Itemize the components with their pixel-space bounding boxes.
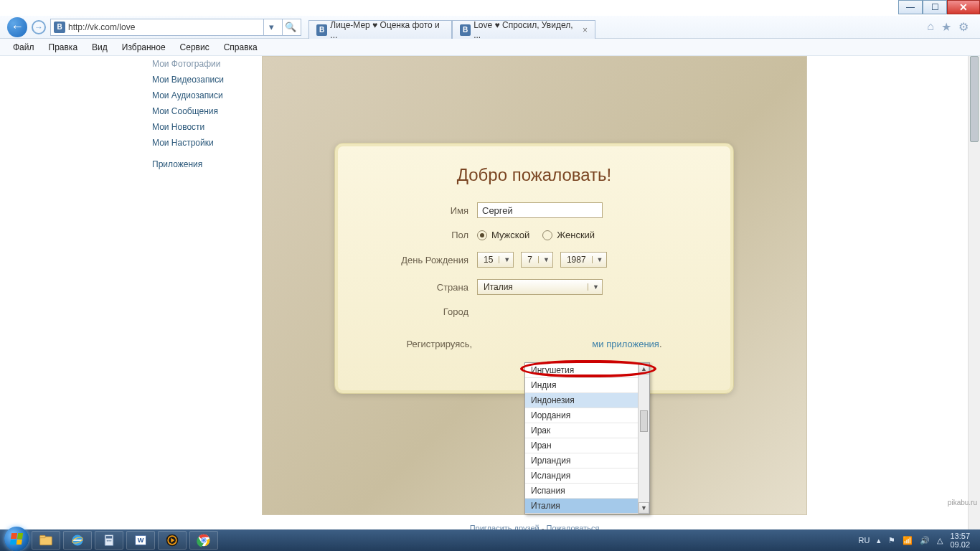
url-input[interactable]: [68, 22, 260, 32]
taskbar-calc-icon[interactable]: [95, 531, 123, 550]
invite-link[interactable]: Пригласить друзей: [470, 524, 540, 529]
radio-icon: [542, 230, 552, 240]
dob-month-select[interactable]: 7▼: [521, 252, 553, 268]
country-select[interactable]: Италия ▼: [477, 279, 603, 295]
favicon-icon: B: [460, 24, 471, 36]
country-dropdown[interactable]: Ингушетия Индия Индонезия Иордания Ирак …: [524, 362, 650, 514]
taskbar-ie-icon[interactable]: [63, 531, 92, 550]
start-button[interactable]: [4, 527, 29, 551]
home-icon[interactable]: ⌂: [927, 20, 934, 34]
forward-button[interactable]: →: [32, 20, 46, 34]
windows-logo-icon: [10, 533, 23, 545]
minimize-button[interactable]: —: [898, 0, 923, 14]
dob-day-select[interactable]: 15▼: [477, 252, 514, 268]
terms-link[interactable]: ми приложения: [592, 339, 659, 349]
welcome-title: Добро пожаловать!: [361, 165, 707, 185]
chevron-down-icon: ▼: [592, 256, 603, 263]
taskbar-word-icon[interactable]: W: [126, 531, 155, 550]
taskbar-explorer-icon[interactable]: [32, 531, 60, 550]
tab-2[interactable]: B Love ♥ Спросил, Увидел, ... ×: [452, 20, 595, 39]
menu-view[interactable]: Вид: [86, 41, 113, 54]
svg-rect-1: [40, 535, 46, 537]
svg-point-6: [107, 540, 108, 542]
gender-label: Пол: [361, 230, 468, 240]
favicon-icon: B: [316, 24, 327, 36]
watermark: pikabu.ru: [948, 499, 977, 507]
back-button[interactable]: ←: [7, 17, 27, 37]
volume-icon[interactable]: 🔊: [920, 536, 930, 545]
svg-rect-5: [106, 536, 112, 538]
app-canvas: Добро пожаловать! Имя Пол Мужской Женски…: [262, 56, 807, 515]
chevron-down-icon: ▼: [499, 256, 510, 263]
dropdown-option[interactable]: Испания: [525, 484, 649, 499]
scroll-up-icon[interactable]: ▲: [639, 363, 649, 375]
flag-icon[interactable]: ⚑: [888, 536, 895, 545]
scroll-down-icon[interactable]: ▼: [639, 502, 649, 514]
menu-file[interactable]: Файл: [7, 41, 40, 54]
tab-label: Love ♥ Спросил, Увидел, ...: [473, 20, 577, 40]
network-icon[interactable]: 📶: [903, 536, 913, 545]
dropdown-option[interactable]: Индонезия: [525, 393, 649, 408]
gender-male-radio[interactable]: Мужской: [477, 230, 529, 240]
tray-clock[interactable]: 13:57 09.02: [950, 532, 970, 549]
dropdown-option[interactable]: Ирак: [525, 423, 649, 438]
browser-tabs: B Лице-Мер ♥ Оценка фото и ... B Love ♥ …: [308, 16, 595, 38]
name-input[interactable]: [477, 202, 603, 218]
page-scrollbar[interactable]: [968, 56, 980, 529]
sidebar-item-audio[interactable]: Мои Аудиозаписи: [143, 88, 262, 103]
close-button[interactable]: ✕: [947, 0, 980, 14]
chevron-down-icon: ▼: [588, 283, 599, 291]
dropdown-option[interactable]: Ирландия: [525, 453, 649, 468]
sidebar-item-messages[interactable]: Мои Сообщения: [143, 103, 262, 119]
svg-text:W: W: [138, 537, 144, 544]
gender-female-radio[interactable]: Женский: [542, 230, 595, 240]
sidebar-item-settings[interactable]: Мои Настройки: [143, 135, 262, 151]
menu-edit[interactable]: Правка: [43, 41, 84, 54]
menu-favorites[interactable]: Избранное: [116, 41, 171, 54]
welcome-card: Добро пожаловать! Имя Пол Мужской Женски…: [334, 143, 734, 394]
sidebar-item-photos[interactable]: Мои Фотографии: [143, 56, 262, 72]
dropdown-option[interactable]: Индия: [525, 378, 649, 393]
dropdown-option[interactable]: Иран: [525, 438, 649, 453]
dropdown-option[interactable]: Исландия: [525, 468, 649, 484]
menu-help[interactable]: Справка: [218, 41, 263, 54]
radio-icon: [477, 230, 487, 240]
taskbar-aimp-icon[interactable]: [158, 531, 187, 550]
dropdown-option[interactable]: Ингушетия: [525, 363, 649, 378]
lang-indicator[interactable]: RU: [859, 536, 870, 545]
favorites-icon[interactable]: ★: [941, 20, 951, 34]
city-label: Город: [361, 306, 468, 317]
address-bar[interactable]: B ▾ 🔍: [50, 19, 301, 36]
window-controls: — ☐ ✕: [898, 0, 980, 14]
svg-point-8: [110, 540, 112, 542]
refresh-dropdown-icon[interactable]: ▾: [263, 19, 279, 35]
dropdown-option[interactable]: Иордания: [525, 408, 649, 423]
app-footer: Пригласить друзей - Пожаловаться: [262, 524, 807, 529]
page-content: Мои Фотографии Мои Видеозаписи Мои Аудио…: [0, 56, 980, 529]
tools-icon[interactable]: ⚙: [958, 20, 969, 34]
gdrive-icon[interactable]: △: [937, 536, 943, 545]
tab-label: Лице-Мер ♥ Оценка фото и ...: [330, 20, 444, 40]
tab-1[interactable]: B Лице-Мер ♥ Оценка фото и ...: [308, 20, 452, 39]
sidebar-item-apps[interactable]: Приложения: [143, 156, 262, 172]
chevron-down-icon: ▼: [538, 256, 550, 263]
tab-close-icon[interactable]: ×: [583, 25, 588, 35]
menu-service[interactable]: Сервис: [174, 41, 215, 54]
system-tray: RU ▴ ⚑ 📶 🔊 △ 13:57 09.02: [859, 532, 976, 549]
search-icon[interactable]: 🔍: [282, 19, 298, 35]
dropdown-option[interactable]: Италия: [525, 499, 649, 514]
vk-sidebar: Мои Фотографии Мои Видеозаписи Мои Аудио…: [143, 56, 262, 172]
maximize-button[interactable]: ☐: [923, 0, 947, 14]
dropdown-scrollbar[interactable]: ▲ ▼: [638, 363, 649, 514]
tray-up-icon[interactable]: ▴: [877, 536, 881, 545]
name-label: Имя: [361, 205, 468, 216]
favicon-icon: B: [54, 22, 65, 33]
sidebar-item-news[interactable]: Мои Новости: [143, 119, 262, 135]
browser-nav-bar: ← → B ▾ 🔍 B Лице-Мер ♥ Оценка фото и ...…: [0, 16, 980, 39]
svg-point-7: [108, 540, 110, 542]
country-label: Страна: [361, 282, 468, 293]
sidebar-item-videos[interactable]: Мои Видеозаписи: [143, 72, 262, 88]
taskbar-chrome-icon[interactable]: [189, 531, 218, 550]
complain-link[interactable]: Пожаловаться: [546, 524, 599, 529]
dob-year-select[interactable]: 1987▼: [560, 252, 607, 268]
